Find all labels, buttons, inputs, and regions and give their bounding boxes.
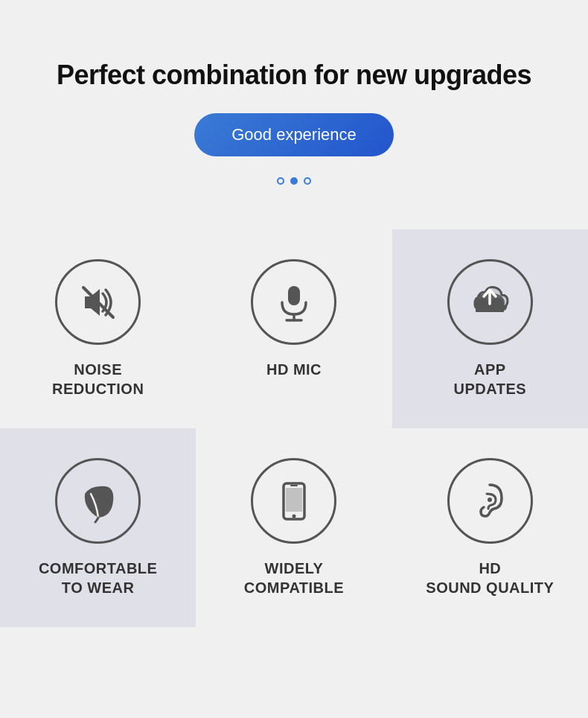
feature-hd-sound-quality: HD SOUND QUALITY xyxy=(392,428,588,627)
feature-hd-mic: HD MIC xyxy=(196,229,392,428)
microphone-icon xyxy=(272,280,316,325)
svg-rect-11 xyxy=(286,488,302,512)
svg-rect-8 xyxy=(476,305,504,312)
app-updates-label: APP UPDATES xyxy=(454,360,527,398)
carousel-dots xyxy=(277,177,311,185)
hero-section: Perfect combination for new upgrades Goo… xyxy=(0,0,588,229)
hd-mic-icon-circle xyxy=(251,259,336,345)
svg-point-12 xyxy=(292,514,295,518)
comfortable-to-wear-label: COMFORTABLE TO WEAR xyxy=(39,559,158,597)
feature-app-updates: APP UPDATES xyxy=(392,229,588,428)
feature-comfortable-to-wear: COMFORTABLE TO WEAR xyxy=(0,428,196,627)
carousel-dot-1[interactable] xyxy=(277,177,284,185)
features-row-1: NOISE REDUCTION HD MIC xyxy=(0,229,588,428)
leaf-icon xyxy=(76,479,121,524)
hd-sound-quality-icon-circle xyxy=(447,458,533,544)
noise-reduction-icon-circle xyxy=(55,259,141,345)
carousel-dot-3[interactable] xyxy=(304,177,311,185)
widely-compatible-icon-circle xyxy=(251,458,336,544)
cloud-upload-icon xyxy=(467,280,512,325)
comfortable-to-wear-icon-circle xyxy=(55,458,141,544)
feature-widely-compatible: WIDELY COMPATIBLE xyxy=(196,428,392,627)
svg-point-14 xyxy=(488,498,492,502)
hd-sound-quality-label: HD SOUND QUALITY xyxy=(426,559,554,597)
noise-reduction-label: NOISE REDUCTION xyxy=(52,360,144,398)
phone-icon xyxy=(272,479,316,524)
features-row-2: COMFORTABLE TO WEAR WIDELY COMPATIBLE xyxy=(0,428,588,627)
hero-title: Perfect combination for new upgrades xyxy=(57,60,531,91)
carousel-dot-2[interactable] xyxy=(290,177,298,185)
widely-compatible-label: WIDELY COMPATIBLE xyxy=(244,559,344,597)
ear-icon xyxy=(467,479,512,524)
good-experience-button[interactable]: Good experience xyxy=(194,113,394,156)
app-updates-icon-circle xyxy=(447,259,533,345)
hd-mic-label: HD MIC xyxy=(266,360,322,379)
noise-reduction-icon xyxy=(76,280,121,325)
svg-rect-13 xyxy=(290,485,298,486)
svg-rect-2 xyxy=(288,286,300,305)
feature-noise-reduction: NOISE REDUCTION xyxy=(0,229,196,428)
